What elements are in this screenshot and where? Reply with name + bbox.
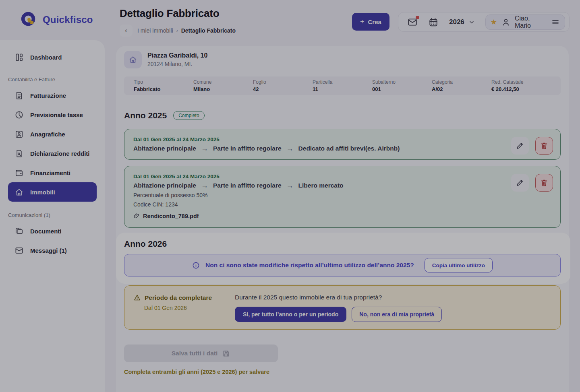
app-root: Quickfisco Dettaglio Fabbricato ‹ I miei…	[0, 0, 580, 392]
dim-overlay	[0, 0, 580, 392]
